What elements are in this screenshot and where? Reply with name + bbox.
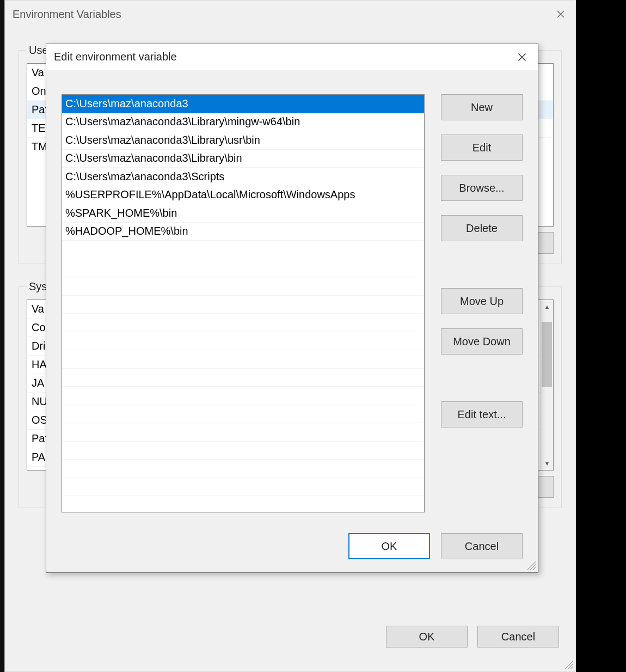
parent-ok-button[interactable]: OK — [386, 626, 468, 647]
path-entry-text: C:\Users\maz\anaconda3\Library\mingw-w64… — [65, 115, 300, 128]
path-entry-text: C:\Users\maz\anaconda3\Library\bin — [65, 152, 242, 164]
child-titlebar: Edit environment variable — [46, 44, 538, 70]
child-title: Edit environment variable — [54, 51, 177, 63]
path-row[interactable]: C:\Users\maz\anaconda3\Library\usr\bin — [62, 131, 424, 150]
path-row[interactable]: C:\Users\maz\anaconda3\Library\mingw-w64… — [62, 113, 424, 132]
child-body: C:\Users\maz\anaconda3C:\Users\maz\anaco… — [46, 70, 538, 572]
close-icon — [556, 10, 565, 19]
path-entry-text: C:\Users\maz\anaconda3\Library\usr\bin — [65, 134, 260, 146]
parent-cancel-label: Cancel — [501, 631, 535, 643]
path-row[interactable] — [62, 314, 424, 332]
path-row[interactable] — [62, 332, 424, 351]
path-entry-text: C:\Users\maz\anaconda3 — [65, 97, 188, 110]
edit-button[interactable]: Edit — [441, 135, 523, 161]
parent-ok-label: OK — [419, 631, 435, 643]
scroll-up-icon[interactable]: ▴ — [541, 300, 553, 313]
parent-resize-grip[interactable] — [564, 661, 573, 669]
path-row[interactable] — [62, 460, 424, 478]
path-row[interactable] — [62, 259, 424, 278]
side-buttons: New Edit Browse... Delete Move Up Move D… — [441, 94, 523, 512]
move-down-button[interactable]: Move Down — [441, 328, 523, 355]
path-row[interactable] — [62, 277, 424, 296]
child-close-button[interactable] — [510, 46, 535, 68]
path-row[interactable] — [62, 369, 424, 387]
child-ok-label: OK — [382, 540, 397, 553]
parent-title: Environment Variables — [13, 8, 121, 21]
child-resize-grip[interactable] — [527, 561, 536, 570]
path-row[interactable] — [62, 423, 424, 442]
path-entry-text: %HADOOP_HOME%\bin — [65, 225, 188, 237]
edit-text-label: Edit text... — [458, 408, 506, 421]
path-entry-text: %SPARK_HOME%\bin — [65, 207, 177, 219]
parent-close-button[interactable] — [548, 4, 573, 25]
child-cancel-button[interactable]: Cancel — [441, 533, 523, 559]
edit-text-button[interactable]: Edit text... — [441, 401, 523, 427]
close-icon — [518, 53, 526, 62]
new-button[interactable]: New — [441, 94, 523, 120]
move-up-label: Move Up — [460, 295, 504, 308]
path-entry-text: C:\Users\maz\anaconda3\Scripts — [65, 170, 224, 183]
browse-label: Browse... — [459, 182, 504, 194]
path-row[interactable] — [62, 241, 424, 259]
child-footer: OK Cancel — [348, 533, 523, 559]
child-cancel-label: Cancel — [465, 540, 499, 553]
desktop-strip — [0, 0, 4, 672]
delete-label: Delete — [466, 222, 498, 235]
parent-titlebar: Environment Variables — [5, 1, 575, 28]
path-row[interactable] — [62, 387, 424, 405]
path-row[interactable]: C:\Users\maz\anaconda3\Library\bin — [62, 150, 424, 168]
scroll-thumb[interactable] — [542, 322, 552, 387]
delete-button[interactable]: Delete — [441, 215, 523, 241]
child-ok-button[interactable]: OK — [348, 533, 430, 559]
path-row[interactable] — [62, 350, 424, 369]
path-row[interactable] — [62, 442, 424, 460]
browse-button[interactable]: Browse... — [441, 175, 523, 201]
path-listbox[interactable]: C:\Users\maz\anaconda3C:\Users\maz\anaco… — [62, 94, 425, 512]
path-row[interactable]: %HADOOP_HOME%\bin — [62, 223, 424, 241]
edit-path-dialog: Edit environment variable C:\Users\maz\a… — [46, 44, 538, 573]
new-label: New — [471, 101, 493, 114]
parent-cancel-button[interactable]: Cancel — [477, 626, 559, 647]
path-row[interactable] — [62, 405, 424, 424]
path-entry-text: %USERPROFILE%\AppData\Local\Microsoft\Wi… — [65, 188, 355, 201]
move-down-label: Move Down — [453, 335, 511, 348]
edit-label: Edit — [472, 142, 491, 154]
scroll-down-icon[interactable]: ▾ — [541, 457, 553, 470]
path-row[interactable] — [62, 296, 424, 314]
path-row[interactable]: C:\Users\maz\anaconda3 — [62, 95, 424, 113]
system-vars-scrollbar[interactable]: ▴ ▾ — [540, 300, 553, 470]
path-row[interactable]: C:\Users\maz\anaconda3\Scripts — [62, 168, 424, 186]
path-row[interactable]: %SPARK_HOME%\bin — [62, 204, 424, 223]
path-row[interactable] — [62, 478, 424, 497]
path-row[interactable]: %USERPROFILE%\AppData\Local\Microsoft\Wi… — [62, 186, 424, 205]
move-up-button[interactable]: Move Up — [441, 288, 523, 314]
